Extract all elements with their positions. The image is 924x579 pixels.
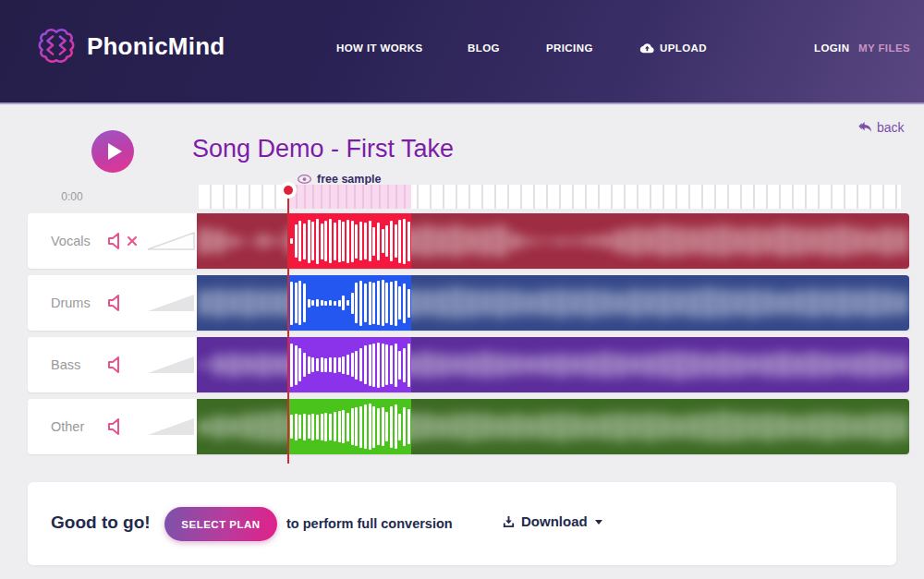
play-icon bbox=[108, 143, 122, 160]
cloud-upload-icon bbox=[639, 42, 654, 54]
current-time: 0:00 bbox=[44, 190, 100, 203]
caret-down-icon bbox=[595, 520, 602, 525]
waveform[interactable] bbox=[197, 213, 909, 269]
volume-slider[interactable] bbox=[147, 293, 195, 313]
nav-blog[interactable]: BLOG bbox=[468, 42, 500, 54]
speaker-icon bbox=[103, 229, 127, 253]
volume-slider[interactable] bbox=[147, 355, 195, 375]
volume-slider[interactable] bbox=[147, 231, 195, 251]
nav-pricing[interactable]: PRICING bbox=[546, 42, 593, 54]
brand-logo[interactable]: PhonicMind bbox=[35, 25, 225, 67]
eye-icon bbox=[298, 175, 311, 184]
waveform[interactable] bbox=[197, 275, 909, 331]
free-sample-tag: free sample bbox=[298, 173, 381, 186]
playhead-line bbox=[287, 188, 289, 464]
nav-login[interactable]: LOGIN bbox=[814, 42, 849, 54]
page: PhonicMind HOW IT WORKS BLOG PRICING UPL… bbox=[0, 0, 924, 579]
speaker-icon bbox=[103, 415, 127, 439]
track-row: Vocals bbox=[28, 213, 909, 269]
track-row: Other bbox=[28, 399, 909, 454]
waveform-sample-region bbox=[289, 213, 411, 269]
waveform[interactable] bbox=[197, 399, 909, 454]
nav-how-it-works[interactable]: HOW IT WORKS bbox=[336, 42, 423, 54]
status-text: Good to go! bbox=[51, 513, 151, 533]
back-label: back bbox=[877, 120, 905, 135]
brand-name: PhonicMind bbox=[87, 32, 225, 61]
download-dropdown[interactable]: Download bbox=[502, 513, 602, 529]
track-name: Vocals bbox=[51, 234, 103, 248]
waveform-sample-region bbox=[289, 275, 411, 331]
playhead-handle[interactable] bbox=[280, 182, 297, 199]
track-row: Drums bbox=[28, 275, 909, 331]
waveform[interactable] bbox=[197, 337, 909, 392]
speaker-mute-toggle[interactable] bbox=[103, 291, 141, 315]
timeline-ruler[interactable] bbox=[199, 185, 901, 209]
back-link[interactable]: back bbox=[857, 120, 905, 135]
top-navbar: PhonicMind HOW IT WORKS BLOG PRICING UPL… bbox=[0, 0, 924, 104]
song-title: Song Demo - First Take bbox=[192, 135, 454, 163]
speaker-mute-toggle[interactable] bbox=[103, 353, 141, 377]
track-controls: Other bbox=[28, 399, 197, 454]
action-bar: Good to go! SELECT PLAN to perform full … bbox=[28, 482, 896, 565]
track-name: Bass bbox=[51, 357, 103, 372]
download-icon bbox=[502, 514, 516, 528]
mute-x-icon bbox=[128, 236, 137, 246]
speaker-icon bbox=[103, 291, 127, 315]
free-sample-label: free sample bbox=[317, 173, 381, 186]
waveform-sample-region bbox=[289, 337, 411, 392]
select-plan-button[interactable]: SELECT PLAN bbox=[164, 507, 277, 541]
brain-icon bbox=[35, 25, 78, 67]
speaker-mute-toggle[interactable] bbox=[103, 229, 141, 253]
conversion-note: to perform full conversion bbox=[286, 516, 453, 531]
track-controls: Bass bbox=[28, 337, 197, 392]
track-row: Bass bbox=[28, 337, 909, 392]
timeline-sample-region bbox=[289, 185, 411, 209]
reply-arrow-icon bbox=[857, 121, 873, 134]
nav-upload-label: UPLOAD bbox=[660, 42, 707, 54]
track-controls: Drums bbox=[28, 275, 197, 331]
play-button[interactable] bbox=[91, 130, 134, 173]
download-label: Download bbox=[521, 513, 588, 529]
track-name: Drums bbox=[51, 296, 103, 310]
waveform-sample-region bbox=[289, 399, 411, 454]
speaker-mute-toggle[interactable] bbox=[103, 415, 141, 439]
track-controls: Vocals bbox=[28, 213, 197, 269]
volume-slider[interactable] bbox=[147, 416, 195, 437]
track-list: Vocals bbox=[28, 213, 909, 461]
track-name: Other bbox=[51, 419, 103, 434]
speaker-icon bbox=[103, 353, 127, 377]
nav-my-files[interactable]: MY FILES bbox=[858, 42, 910, 54]
nav-upload[interactable]: UPLOAD bbox=[639, 42, 707, 54]
